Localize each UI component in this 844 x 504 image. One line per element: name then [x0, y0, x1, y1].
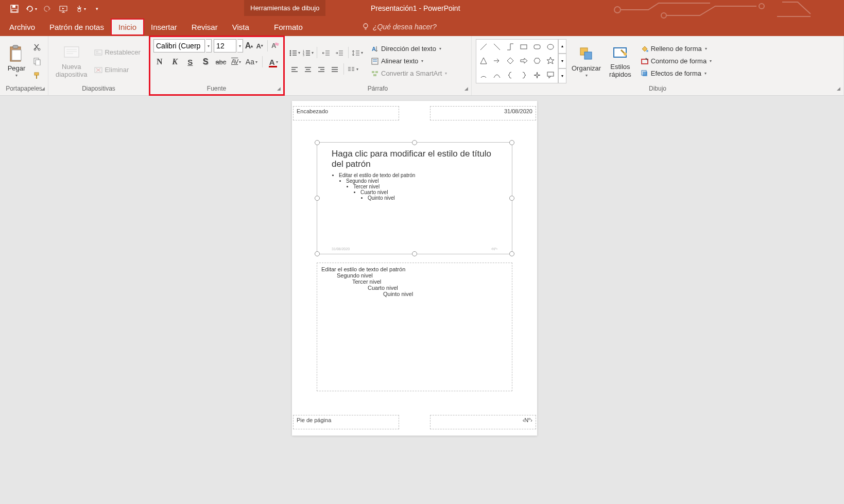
resize-handle[interactable] [315, 140, 320, 145]
tab-revisar[interactable]: Revisar [184, 19, 225, 35]
redo-icon[interactable] [41, 3, 54, 15]
delete-button[interactable]: Eliminar [92, 65, 142, 75]
shape-hexagon-icon[interactable] [531, 55, 543, 67]
shape-star2-icon[interactable] [531, 68, 543, 81]
resize-handle[interactable] [412, 140, 417, 145]
svg-rect-21 [36, 75, 37, 79]
touch-mouse-mode-icon[interactable]: ▾ [74, 3, 87, 15]
shape-effects-label: Efectos de forma [651, 69, 701, 77]
columns-button[interactable] [347, 63, 359, 76]
shapes-scroll-down[interactable]: ▾ [558, 54, 566, 68]
notes-master-page[interactable]: Encabezado 31/08/2020 Haga clic para mod… [292, 101, 537, 436]
font-size-combo[interactable] [214, 39, 236, 53]
resize-handle[interactable] [509, 251, 514, 256]
customize-qat-icon[interactable]: ▾ [91, 3, 103, 15]
align-left-button[interactable] [288, 63, 301, 76]
tab-inicio[interactable]: Inicio [111, 19, 144, 35]
tab-formato[interactable]: Formato [267, 19, 310, 35]
shape-diamond-icon[interactable] [504, 55, 516, 67]
align-right-button[interactable] [315, 63, 328, 76]
numbering-button[interactable]: 123 [302, 47, 314, 59]
underline-button[interactable]: S [184, 56, 197, 68]
parrafo-launcher[interactable]: ◢ [463, 86, 469, 92]
new-slide-button[interactable]: Nueva diapositiva [53, 43, 90, 79]
svg-rect-81 [534, 45, 540, 49]
shape-star-icon[interactable] [544, 55, 557, 67]
font-name-dropdown[interactable]: ▾ [206, 39, 212, 53]
resize-handle[interactable] [315, 251, 320, 256]
slide-number-placeholder[interactable]: ‹Nº› [430, 415, 536, 429]
shapes-more[interactable]: ▾ [558, 68, 566, 83]
header-placeholder[interactable]: Encabezado [293, 106, 399, 120]
char-spacing-button[interactable]: AV [230, 56, 243, 68]
shape-brace-r-icon[interactable] [518, 68, 530, 81]
resize-handle[interactable] [315, 196, 320, 201]
shape-rect-icon[interactable] [518, 41, 530, 54]
portapapeles-launcher[interactable]: ◢ [40, 86, 46, 92]
align-text-label: Alinear texto [381, 57, 418, 65]
resize-handle[interactable] [509, 140, 514, 145]
shape-roundrect-icon[interactable] [531, 41, 543, 54]
shape-line-icon[interactable] [477, 41, 490, 54]
shape-connector-icon[interactable] [504, 41, 516, 54]
shape-curve-icon[interactable] [491, 68, 503, 81]
reset-button[interactable]: Restablecer [92, 47, 142, 58]
shape-arc-icon[interactable] [477, 68, 490, 81]
italic-button[interactable]: K [169, 56, 181, 68]
justify-button[interactable] [329, 63, 341, 76]
shape-outline-button[interactable]: Contorno de forma▾ [639, 56, 714, 66]
bold-button[interactable]: N [153, 56, 166, 68]
notes-body-placeholder[interactable]: Editar el estilo de texto del patrón Seg… [317, 263, 512, 391]
shrink-font-button[interactable]: A▾ [255, 40, 265, 52]
date-placeholder[interactable]: 31/08/2020 [430, 106, 536, 120]
decrease-indent-button[interactable] [320, 47, 332, 59]
tab-insertar[interactable]: Insertar [144, 19, 184, 35]
shape-oval-icon[interactable] [544, 41, 557, 54]
shape-triangle-icon[interactable] [477, 55, 490, 67]
quick-styles-button[interactable]: Estilos rápidos [606, 43, 634, 79]
shape-arrow-icon[interactable] [491, 55, 503, 67]
shapes-scroll-up[interactable]: ▴ [558, 39, 566, 54]
text-shadow-button[interactable]: S [199, 56, 212, 68]
strikethrough-button[interactable]: abc [215, 56, 227, 68]
align-center-button[interactable] [302, 63, 314, 76]
change-case-button[interactable]: Aa [246, 56, 258, 68]
arrange-button[interactable]: Organizar ▾ [569, 44, 604, 79]
increase-indent-button[interactable] [333, 47, 346, 59]
resize-handle[interactable] [412, 251, 417, 256]
shape-brace-l-icon[interactable] [504, 68, 516, 81]
slide-image-placeholder[interactable]: Haga clic para modificar el estilo de tí… [317, 142, 512, 254]
align-text-button[interactable]: Alinear texto▾ [369, 56, 449, 66]
copy-button[interactable] [31, 55, 43, 67]
shapes-gallery[interactable] [476, 39, 558, 83]
tab-vista[interactable]: Vista [225, 19, 256, 35]
undo-icon[interactable]: ▾ [25, 3, 37, 15]
grow-font-button[interactable]: A▴ [244, 40, 254, 52]
paste-button[interactable]: Pegar ▾ [4, 44, 29, 79]
font-size-dropdown[interactable]: ▾ [237, 39, 243, 53]
font-name-combo[interactable] [153, 39, 205, 53]
format-painter-button[interactable] [31, 69, 43, 82]
text-direction-button[interactable]: A Dirección del texto▾ [369, 44, 449, 54]
tab-patron-de-notas[interactable]: Patrón de notas [42, 19, 111, 35]
footer-placeholder[interactable]: Pie de página [293, 415, 399, 429]
shape-line2-icon[interactable] [491, 41, 503, 54]
shape-fill-button[interactable]: Relleno de forma▾ [639, 44, 714, 54]
line-spacing-button[interactable] [351, 47, 364, 59]
start-from-beginning-icon[interactable] [58, 3, 70, 15]
tell-me-search[interactable]: ¿Qué desea hacer? [357, 21, 441, 33]
save-icon[interactable] [8, 3, 21, 15]
svg-rect-1 [12, 5, 15, 8]
resize-handle[interactable] [509, 196, 514, 201]
font-color-button[interactable]: A [267, 56, 280, 68]
clear-formatting-button[interactable]: A [270, 40, 280, 52]
shape-callout-icon[interactable] [544, 68, 557, 81]
dibujo-launcher[interactable]: ◢ [835, 86, 841, 92]
convert-smartart-button[interactable]: Convertir a SmartArt▾ [369, 68, 449, 79]
shape-block-arrow-icon[interactable] [518, 55, 530, 67]
cut-button[interactable] [31, 41, 43, 53]
tab-archivo[interactable]: Archivo [2, 19, 42, 35]
bullets-button[interactable] [288, 47, 301, 59]
fuente-launcher[interactable]: ◢ [275, 86, 282, 92]
shape-effects-button[interactable]: Efectos de forma▾ [639, 68, 714, 79]
